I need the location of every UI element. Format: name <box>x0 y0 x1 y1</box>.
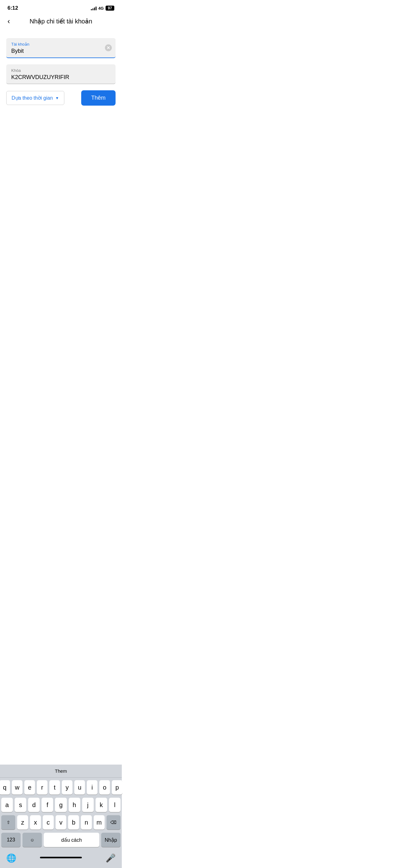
account-field-container: Tài khoản ✕ <box>6 38 115 58</box>
network-label: 4G <box>98 6 104 11</box>
form-actions: Dựa theo thời gian ▼ Thêm <box>6 90 115 105</box>
add-button[interactable]: Thêm <box>81 90 115 105</box>
dropdown-label: Dựa theo thời gian <box>11 95 53 101</box>
back-button[interactable]: ‹ <box>6 16 11 27</box>
status-time: 6:12 <box>7 5 18 11</box>
key-input[interactable] <box>11 74 110 81</box>
time-dropdown-button[interactable]: Dựa theo thời gian ▼ <box>6 91 64 105</box>
key-field-container: Khóa <box>6 64 115 84</box>
key-field-label: Khóa <box>11 68 110 73</box>
account-field-label: Tài khoản <box>11 42 110 46</box>
status-bar: 6:12 4G 97 <box>0 0 122 14</box>
page-title: Nhập chi tiết tài khoản <box>30 18 93 25</box>
nav-header: ‹ Nhập chi tiết tài khoản <box>0 14 122 29</box>
account-input[interactable] <box>11 48 110 54</box>
battery-indicator: 97 <box>106 6 114 11</box>
clear-account-button[interactable]: ✕ <box>105 44 112 51</box>
main-content: Tài khoản ✕ Khóa Dựa theo thời gian ▼ Th… <box>0 29 122 112</box>
status-icons: 4G 97 <box>91 6 114 11</box>
signal-bars-icon <box>91 6 97 10</box>
dropdown-arrow-icon: ▼ <box>55 96 59 100</box>
